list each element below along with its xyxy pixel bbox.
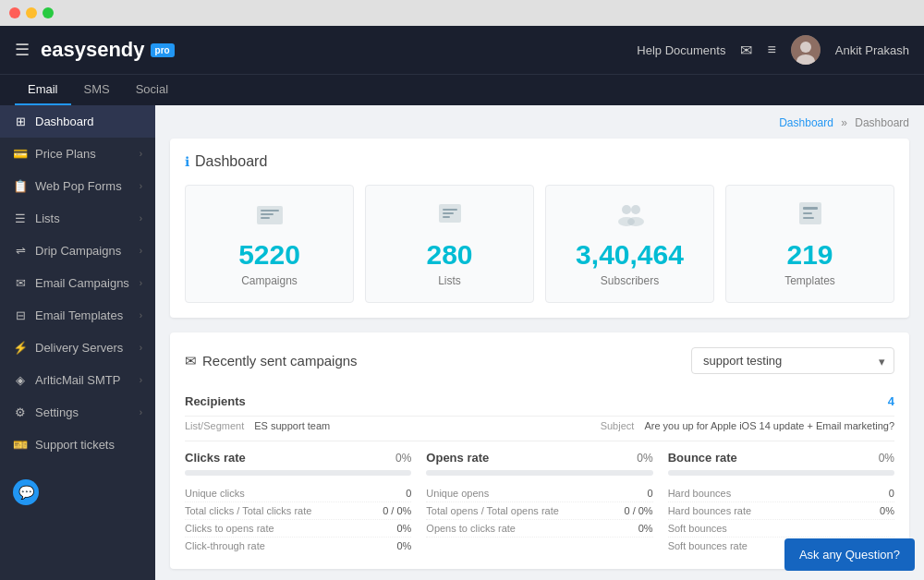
- subscribers-stat-icon: [615, 200, 645, 232]
- app: ☰ easysendy pro Help Documents ✉ ≡ Ankit…: [0, 26, 924, 580]
- sidebar-label-arlticmail: ArlticMail SMTP: [35, 373, 120, 387]
- campaigns-label: Campaigns: [241, 274, 298, 287]
- bounce-detail-val-0: 0: [889, 488, 894, 499]
- lists-label: Lists: [438, 274, 461, 287]
- email-campaigns-icon: ✉: [13, 276, 28, 290]
- sidebar-item-left: ⊞ Dashboard: [13, 115, 94, 128]
- tab-email[interactable]: Email: [15, 75, 71, 105]
- clicks-detail-val-2: 0%: [396, 523, 411, 534]
- web-pop-forms-icon: 📋: [13, 179, 28, 193]
- sidebar-item-dashboard[interactable]: ⊞ Dashboard: [0, 105, 155, 138]
- bounce-detail-1: Hard bounces rate 0%: [668, 502, 894, 520]
- subject-label: Subject Are you up for Apple iOS 14 upda…: [601, 420, 894, 431]
- sidebar-item-web-pop-forms[interactable]: 📋 Web Pop Forms ›: [0, 170, 155, 202]
- campaigns-number: 5220: [238, 239, 300, 271]
- opens-pct: 0%: [637, 452, 652, 465]
- avatar: [791, 35, 821, 65]
- clicks-detail-val-1: 0 / 0%: [383, 505, 411, 516]
- sidebar-item-support-tickets[interactable]: 🎫 Support tickets: [0, 429, 155, 461]
- recipients-row: Recipients 4: [185, 387, 894, 417]
- metric-clicks: Clicks rate 0% Unique clicks 0 Total cli…: [185, 451, 411, 554]
- pro-badge: pro: [151, 43, 175, 57]
- templates-stat-icon: [796, 200, 825, 232]
- sidebar-label-price-plans: Price Plans: [35, 147, 96, 161]
- campaign-dropdown[interactable]: support testing: [691, 347, 894, 374]
- breadcrumb-home[interactable]: Dashboard: [779, 116, 833, 129]
- help-documents-link[interactable]: Help Documents: [637, 43, 725, 57]
- clicks-detail-2: Clicks to opens rate 0%: [185, 520, 411, 538]
- support-tickets-icon: 🎫: [13, 438, 28, 452]
- ask-question-button[interactable]: Ask any Question?: [784, 538, 915, 571]
- sidebar-item-arlticmail-smtp[interactable]: ◈ ArlticMail SMTP ›: [0, 364, 155, 396]
- dashboard-title-text: Dashboard: [195, 153, 267, 170]
- chevron-icon-9: ›: [140, 407, 142, 417]
- svg-point-14: [627, 217, 644, 226]
- sidebar-item-lists[interactable]: ☰ Lists ›: [0, 202, 155, 235]
- sidebar-item-delivery-servers[interactable]: ⚡ Delivery Servers ›: [0, 332, 155, 364]
- sidebar-item-settings[interactable]: ⚙ Settings ›: [0, 396, 155, 429]
- sidebar-label-email-templates: Email Templates: [35, 308, 123, 322]
- minimize-btn[interactable]: [26, 7, 37, 18]
- meta-row: List/Segment ES support team Subject Are…: [185, 417, 894, 441]
- main-layout: ⊞ Dashboard 💳 Price Plans › 📋 Web Pop Fo…: [0, 105, 924, 580]
- svg-point-11: [622, 205, 631, 214]
- close-btn[interactable]: [9, 7, 20, 18]
- sidebar-label-settings: Settings: [35, 405, 79, 419]
- tab-sms[interactable]: SMS: [71, 75, 123, 105]
- list-segment-value: ES support team: [254, 420, 330, 431]
- logo-text: easysendy: [41, 38, 145, 62]
- dashboard-icon: ⊞: [13, 115, 28, 128]
- mail-icon[interactable]: ✉: [740, 42, 752, 59]
- campaigns-card: ✉ Recently sent campaigns support testin…: [170, 332, 909, 569]
- clicks-name: Clicks rate: [185, 451, 246, 465]
- opens-detail-3: [426, 538, 652, 543]
- bounce-pct: 0%: [879, 452, 894, 465]
- sidebar-item-price-plans[interactable]: 💳 Price Plans ›: [0, 138, 155, 170]
- logo: easysendy pro: [41, 38, 175, 62]
- templates-number: 219: [786, 239, 833, 271]
- recipients-count: 4: [888, 394, 894, 408]
- campaigns-title: ✉ Recently sent campaigns: [185, 353, 358, 369]
- svg-rect-4: [261, 210, 279, 211]
- subscribers-label: Subscribers: [601, 274, 659, 287]
- opens-detail-val-1: 0 / 0%: [624, 505, 652, 516]
- opens-detail-val-0: 0: [648, 488, 653, 499]
- clicks-detail-label-0: Unique clicks: [185, 488, 245, 499]
- opens-name: Opens rate: [426, 451, 489, 465]
- chevron-icon-6: ›: [140, 310, 142, 320]
- price-plans-icon: 💳: [13, 147, 28, 161]
- sidebar-item-drip-campaigns[interactable]: ⇌ Drip Campaigns ›: [0, 235, 155, 267]
- tab-social[interactable]: Social: [123, 75, 181, 105]
- svg-point-1: [800, 42, 811, 53]
- svg-rect-6: [261, 217, 270, 219]
- chat-sidebar-btn[interactable]: 💬: [0, 468, 155, 516]
- stat-templates: 219 Templates: [725, 185, 894, 303]
- bounce-detail-label-2: Soft bounces: [668, 523, 727, 534]
- hamburger-icon[interactable]: ☰: [15, 40, 30, 60]
- sidebar-label-delivery-servers: Delivery Servers: [35, 341, 123, 355]
- opens-detail-1: Total opens / Total opens rate 0 / 0%: [426, 502, 652, 520]
- bounce-detail-label-0: Hard bounces: [668, 488, 732, 499]
- clicks-detail-label-1: Total clicks / Total clicks rate: [185, 505, 311, 516]
- breadcrumb-sep: »: [841, 116, 847, 129]
- maximize-btn[interactable]: [43, 7, 54, 18]
- bounce-detail-2: Soft bounces: [668, 520, 894, 538]
- clicks-detail-val-0: 0: [406, 488, 411, 499]
- sidebar-item-email-campaigns[interactable]: ✉ Email Campaigns ›: [0, 267, 155, 299]
- chat-sidebar-icon: 💬: [13, 479, 39, 505]
- opens-detail-label-1: Total opens / Total opens rate: [426, 505, 559, 516]
- delivery-servers-icon: ⚡: [13, 341, 28, 355]
- chevron-icon-5: ›: [140, 278, 142, 288]
- metric-opens: Opens rate 0% Unique opens 0 Total opens…: [426, 451, 652, 554]
- user-name: Ankit Prakash: [835, 43, 909, 57]
- sidebar-label-email-campaigns: Email Campaigns: [35, 276, 129, 290]
- clicks-pct: 0%: [395, 452, 411, 465]
- svg-point-12: [631, 205, 640, 214]
- arlticmail-icon: ◈: [13, 373, 28, 387]
- lists-stat-icon: [435, 200, 465, 232]
- menu-icon[interactable]: ≡: [767, 42, 775, 58]
- svg-rect-9: [443, 212, 454, 214]
- chevron-icon-4: ›: [140, 246, 142, 256]
- sidebar-item-email-templates[interactable]: ⊟ Email Templates ›: [0, 299, 155, 332]
- opens-bar: [426, 470, 652, 476]
